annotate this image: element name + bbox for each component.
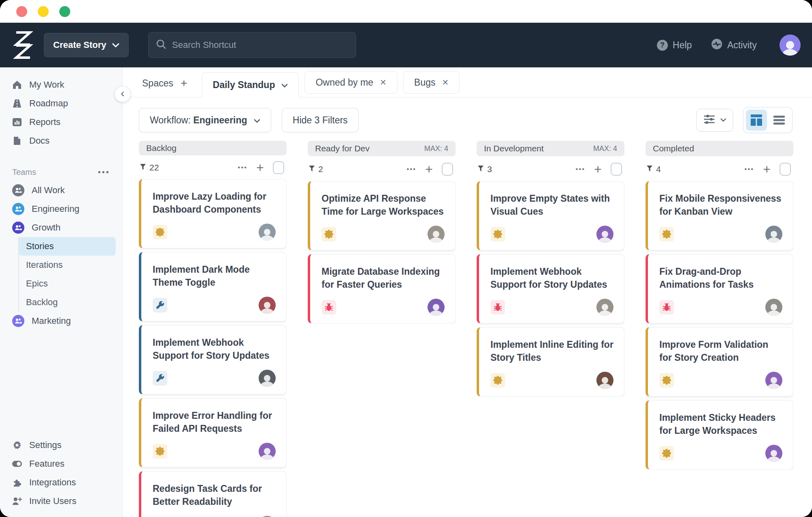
column-add-story-button[interactable]: +	[256, 161, 264, 174]
story-card[interactable]: Optimize API Response Time for Large Wor…	[308, 181, 456, 250]
add-space-icon[interactable]: +	[181, 77, 187, 90]
shortcut-logo-icon[interactable]	[9, 29, 37, 61]
column-filter-count[interactable]: 22	[140, 163, 159, 172]
workflow-filter-button[interactable]: Workflow: Engineering	[139, 108, 271, 132]
card-title: Implement Sticky Headers for Large Works…	[659, 411, 782, 437]
owner-avatar[interactable]	[259, 443, 276, 460]
sidebar-team-growth[interactable]: Growth	[6, 218, 116, 237]
story-card[interactable]: Improve Lazy Loading for Dashboard Compo…	[139, 179, 287, 248]
sidebar-item-integrations[interactable]: Integrations	[6, 473, 116, 492]
column-header[interactable]: Ready for Dev MAX: 4	[308, 141, 456, 156]
owner-avatar[interactable]	[765, 445, 782, 462]
sidebar-team-all-work[interactable]: All Work	[6, 181, 116, 200]
owner-avatar[interactable]	[765, 299, 782, 316]
puzzle-icon	[12, 478, 22, 487]
story-card[interactable]: Implement Webhook Support for Story Upda…	[477, 254, 624, 323]
column-count: 3	[487, 164, 492, 174]
owner-avatar[interactable]	[428, 299, 445, 316]
sidebar-item-iterations[interactable]: Iterations	[19, 256, 116, 274]
sidebar-team-marketing[interactable]: Marketing	[6, 312, 116, 330]
sliders-icon	[703, 114, 715, 126]
marketing-team-icon	[12, 315, 24, 327]
help-button[interactable]: ? Help	[657, 40, 692, 51]
minimize-window-button[interactable]	[38, 6, 49, 17]
sidebar-item-reports[interactable]: Reports	[6, 113, 116, 131]
board-column: Backlog 22 ••• + Improve Lazy Loading fo…	[139, 141, 287, 517]
activity-button[interactable]: Activity	[711, 39, 757, 52]
column-select-checkbox[interactable]	[273, 161, 284, 174]
story-card[interactable]: Implement Inline Editing for Story Title…	[477, 327, 624, 396]
owner-avatar[interactable]	[596, 372, 613, 389]
column-menu-button[interactable]: •••	[406, 165, 416, 173]
sidebar-item-invite-users[interactable]: Invite Users	[6, 492, 116, 511]
sidebar-item-my-work[interactable]: My Work	[6, 75, 116, 94]
story-card[interactable]: Migrate Database Indexing for Faster Que…	[308, 254, 456, 323]
story-card[interactable]: Redesign Task Cards for Better Readabili…	[139, 471, 287, 517]
sidebar-item-docs[interactable]: Docs	[6, 131, 116, 150]
column-count: 4	[656, 164, 661, 174]
spaces-button[interactable]: Spaces +	[142, 77, 187, 90]
sidebar-item-features[interactable]: Features	[6, 455, 116, 473]
chevron-down-icon[interactable]	[281, 80, 288, 90]
search-input[interactable]	[172, 40, 348, 50]
close-tab-icon[interactable]: ✕	[442, 78, 449, 87]
app-window: Create Story ? Help Activity	[0, 0, 812, 517]
story-card[interactable]: Improve Error Handling for Failed API Re…	[139, 398, 287, 467]
owner-avatar[interactable]	[765, 226, 782, 243]
column-menu-button[interactable]: •••	[238, 164, 247, 172]
search-bar[interactable]	[148, 32, 356, 58]
column-select-checkbox[interactable]	[442, 163, 453, 176]
board: Backlog 22 ••• + Improve Lazy Loading fo…	[123, 133, 812, 517]
owner-avatar[interactable]	[765, 372, 782, 389]
tab-owned-by-me[interactable]: Owned by me ✕	[304, 71, 397, 94]
tab-daily-standup[interactable]: Daily Standup	[202, 72, 299, 97]
sidebar-item-settings[interactable]: Settings	[6, 436, 116, 455]
sidebar-item-stories[interactable]: Stories	[19, 237, 116, 256]
teams-overflow-button[interactable]: •••	[98, 168, 110, 177]
owner-avatar[interactable]	[596, 299, 613, 316]
column-filter-count[interactable]: 3	[477, 164, 492, 174]
tab-bugs[interactable]: Bugs ✕	[403, 71, 460, 94]
maximize-window-button[interactable]	[59, 6, 70, 17]
column-header[interactable]: Backlog	[139, 141, 287, 155]
story-card[interactable]: Fix Drag-and-Drop Animations for Tasks	[646, 254, 793, 323]
column-filter-count[interactable]: 4	[646, 164, 661, 174]
display-options-button[interactable]	[696, 109, 733, 131]
owner-avatar[interactable]	[259, 297, 276, 314]
kanban-view-button[interactable]	[746, 110, 767, 131]
column-select-checkbox[interactable]	[611, 163, 622, 176]
column-add-story-button[interactable]: +	[425, 163, 433, 176]
owner-avatar[interactable]	[428, 226, 445, 243]
sidebar-item-epics[interactable]: Epics	[19, 274, 116, 293]
close-window-button[interactable]	[16, 6, 27, 17]
close-tab-icon[interactable]: ✕	[380, 78, 387, 87]
board-column: In Development MAX: 4 3 ••• + Improve Em…	[477, 141, 624, 517]
column-header[interactable]: In Development MAX: 4	[477, 141, 624, 156]
create-story-button[interactable]: Create Story	[44, 33, 129, 57]
sidebar-footer: Settings Features Integrations	[6, 436, 116, 511]
story-card[interactable]: Implement Dark Mode Theme Toggle	[139, 252, 287, 321]
owner-avatar[interactable]	[259, 224, 276, 241]
sidebar-collapse-button[interactable]: ‹	[114, 86, 131, 102]
column-select-checkbox[interactable]	[780, 163, 791, 176]
owner-avatar[interactable]	[259, 370, 276, 387]
owner-avatar[interactable]	[596, 226, 613, 243]
column-title: Ready for Dev	[315, 144, 369, 153]
story-card[interactable]: Improve Empty States with Visual Cues	[477, 181, 624, 250]
sidebar-item-backlog[interactable]: Backlog	[19, 293, 116, 312]
column-filter-count[interactable]: 2	[309, 164, 323, 174]
sidebar-team-engineering[interactable]: Engineering	[6, 200, 116, 218]
list-view-button[interactable]	[769, 110, 790, 131]
story-card[interactable]: Implement Sticky Headers for Large Works…	[646, 400, 793, 470]
story-card[interactable]: Fix Mobile Responsiveness for Kanban Vie…	[646, 181, 793, 250]
column-add-story-button[interactable]: +	[763, 163, 771, 176]
story-card[interactable]: Implement Webhook Support for Story Upda…	[139, 325, 287, 394]
hide-filters-button[interactable]: Hide 3 Filters	[282, 108, 358, 132]
column-header[interactable]: Completed	[646, 141, 793, 156]
sidebar-item-roadmap[interactable]: Roadmap	[6, 94, 116, 113]
column-menu-button[interactable]: •••	[575, 165, 585, 173]
column-add-story-button[interactable]: +	[594, 163, 602, 176]
story-card[interactable]: Improve Form Validation for Story Creati…	[646, 327, 793, 396]
user-avatar[interactable]	[780, 34, 801, 56]
column-menu-button[interactable]: •••	[744, 165, 754, 173]
